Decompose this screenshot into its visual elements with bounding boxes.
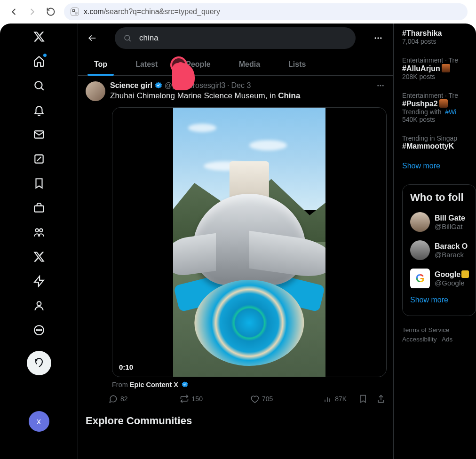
verified-gold-icon bbox=[461, 270, 469, 278]
url-text: x.com/search?q=china&src=typed_query bbox=[84, 8, 220, 16]
more-nav[interactable] bbox=[32, 324, 46, 337]
bookmark-button[interactable] bbox=[358, 394, 368, 404]
search-icon bbox=[123, 34, 132, 42]
sidebar-right: #Tharshika 7,004 posts Entertainment · T… bbox=[394, 24, 476, 459]
like-button[interactable]: 705 bbox=[250, 394, 273, 404]
svg-point-16 bbox=[38, 330, 39, 331]
svg-point-21 bbox=[125, 35, 130, 40]
svg-line-22 bbox=[129, 40, 130, 41]
who-to-follow-title: Who to foll bbox=[410, 191, 476, 204]
reply-button[interactable]: 82 bbox=[108, 394, 128, 404]
profile-nav[interactable] bbox=[32, 299, 46, 312]
forward-button[interactable] bbox=[27, 7, 38, 17]
compose-button[interactable] bbox=[27, 351, 51, 375]
svg-rect-0 bbox=[72, 9, 74, 11]
app-root: x china Top Latest People Media Lists bbox=[0, 24, 476, 459]
post-display-name[interactable]: Science girl bbox=[110, 81, 152, 90]
svg-point-17 bbox=[40, 330, 41, 331]
trends-show-more[interactable]: Show more bbox=[402, 160, 476, 177]
premium-nav[interactable] bbox=[32, 250, 46, 263]
browser-toolbar: x.com/search?q=china&src=typed_query bbox=[0, 0, 476, 24]
svg-line-5 bbox=[41, 88, 43, 90]
svg-point-10 bbox=[35, 229, 39, 232]
search-input[interactable]: china bbox=[115, 27, 356, 49]
post-avatar[interactable] bbox=[86, 81, 105, 101]
verified-icon bbox=[154, 81, 163, 90]
post-date[interactable]: Dec 3 bbox=[231, 81, 251, 90]
footer-a11y[interactable]: Accessibility bbox=[402, 336, 437, 343]
tab-latest[interactable]: Latest bbox=[121, 53, 172, 75]
avatar bbox=[410, 212, 430, 232]
svg-point-4 bbox=[35, 81, 42, 88]
main-column: china Top Latest People Media Lists Scie… bbox=[78, 24, 394, 459]
svg-point-11 bbox=[40, 229, 43, 232]
avatar: G bbox=[410, 269, 430, 288]
notification-dot bbox=[43, 54, 47, 57]
post-from-line[interactable]: From Epic Content X bbox=[112, 379, 386, 392]
svg-point-24 bbox=[377, 37, 379, 39]
follow-suggestion[interactable]: Barack O @Barack bbox=[410, 240, 476, 260]
grok-nav[interactable] bbox=[32, 152, 46, 166]
follow-show-more[interactable]: Show more bbox=[410, 288, 476, 311]
trend-item[interactable]: Trending in Singap #MammoottyK bbox=[402, 133, 476, 155]
trend-item[interactable]: #Tharshika 7,004 posts bbox=[402, 27, 476, 50]
search-back-button[interactable] bbox=[84, 30, 101, 47]
svg-point-26 bbox=[377, 85, 379, 87]
search-query-text: china bbox=[139, 33, 159, 43]
share-button[interactable] bbox=[376, 394, 386, 404]
views-button[interactable]: 87K bbox=[323, 394, 347, 404]
footer-links: Terms of Service Accessibility Ads bbox=[402, 321, 476, 345]
x-logo[interactable] bbox=[32, 30, 46, 43]
svg-rect-1 bbox=[75, 12, 77, 14]
follow-suggestion[interactable]: Bill Gate @BillGat bbox=[410, 212, 476, 232]
video-thumbnail bbox=[173, 108, 325, 377]
post-handle[interactable]: @gunsnrosesgirl3 bbox=[165, 81, 225, 90]
post-header: Science girl @gunsnrosesgirl3 · Dec 3 bbox=[110, 81, 300, 90]
svg-rect-9 bbox=[34, 206, 44, 212]
explore-nav[interactable] bbox=[32, 79, 46, 92]
trend-item[interactable]: Entertainment · Tre #Pushpa2 Trending wi… bbox=[402, 90, 476, 128]
svg-line-8 bbox=[37, 157, 41, 161]
trend-thumbnail bbox=[439, 99, 448, 108]
footer-ads[interactable]: Ads bbox=[442, 336, 452, 343]
trend-thumbnail bbox=[442, 64, 450, 72]
svg-point-13 bbox=[37, 301, 41, 306]
svg-marker-12 bbox=[34, 276, 44, 286]
tab-people[interactable]: People bbox=[172, 53, 224, 75]
footer-tos[interactable]: Terms of Service bbox=[402, 326, 450, 333]
repost-button[interactable]: 150 bbox=[180, 394, 203, 404]
home-nav[interactable] bbox=[32, 55, 46, 68]
back-button[interactable] bbox=[8, 7, 19, 17]
who-to-follow-panel: Who to foll Bill Gate @BillGat Barack O … bbox=[402, 184, 476, 316]
svg-point-23 bbox=[375, 37, 376, 39]
url-bar[interactable]: x.com/search?q=china&src=typed_query bbox=[64, 3, 468, 20]
post-more-button[interactable] bbox=[376, 81, 385, 92]
messages-nav[interactable] bbox=[32, 128, 46, 141]
account-button[interactable]: x bbox=[29, 411, 49, 432]
avatar bbox=[410, 240, 430, 260]
communities-nav[interactable] bbox=[32, 226, 46, 239]
search-header: china bbox=[78, 24, 393, 53]
trend-item[interactable]: Entertainment · Tre #AlluArjun 208K post… bbox=[402, 55, 476, 85]
post-actions: 82 150 705 87K bbox=[108, 392, 386, 405]
profile-initial: x bbox=[37, 417, 41, 427]
reload-button[interactable] bbox=[46, 7, 56, 16]
tab-lists[interactable]: Lists bbox=[274, 53, 320, 75]
jobs-nav[interactable] bbox=[32, 201, 46, 214]
bookmarks-nav[interactable] bbox=[32, 177, 46, 190]
verified-icon bbox=[181, 381, 189, 388]
follow-suggestion[interactable]: G Google @Google bbox=[410, 269, 476, 288]
nav-rail: x bbox=[0, 24, 78, 459]
post-text: Zhuhai Chimelong Marine Science Museum, … bbox=[110, 91, 300, 102]
tab-media[interactable]: Media bbox=[225, 53, 274, 75]
tab-top[interactable]: Top bbox=[80, 53, 121, 75]
svg-point-25 bbox=[380, 37, 381, 39]
svg-point-27 bbox=[380, 85, 381, 87]
svg-point-28 bbox=[382, 85, 384, 87]
search-more-button[interactable] bbox=[370, 30, 387, 47]
notifications-nav[interactable] bbox=[32, 103, 46, 117]
post-video[interactable]: 0:10 bbox=[112, 107, 387, 377]
post[interactable]: Science girl @gunsnrosesgirl3 · Dec 3 Zh… bbox=[78, 76, 393, 409]
verified-orgs-nav[interactable] bbox=[32, 275, 46, 288]
site-settings-icon[interactable] bbox=[71, 8, 79, 16]
